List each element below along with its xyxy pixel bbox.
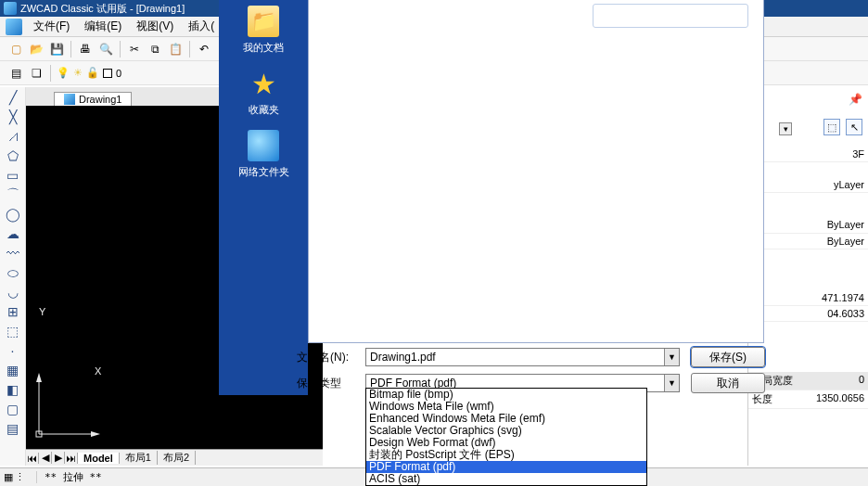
selection-tools: ⬚ ↖ [823,119,862,135]
separator [120,41,121,58]
place-my-documents[interactable]: 📁 我的文档 [219,6,308,55]
save-button[interactable]: 保存(S) [691,347,765,367]
window-title: ZWCAD Classic 试用版 - [Drawing1] [20,2,185,16]
app-logo-icon[interactable] [6,19,22,35]
preview-icon[interactable]: 🔍 [97,41,114,58]
print-icon[interactable]: 🖶 [77,41,94,58]
gradient-tool-icon[interactable]: ◧ [4,381,22,398]
prop-row: 04.6033 [748,306,868,322]
polygon-tool-icon[interactable]: ⬠ [4,147,22,164]
layer-icon[interactable]: ❏ [28,65,45,82]
prop-row: yLayer [748,177,868,193]
draw-toolbar: ╱ ╳ ⩘ ⬠ ▭ ⌒ ◯ ☁ 〰 ⬭ ◡ ⊞ ⬚ · ▦ ◧ ▢ ▤ [0,87,26,466]
circle-tool-icon[interactable]: ◯ [4,206,22,223]
separator [70,41,71,58]
revcloud-tool-icon[interactable]: ☁ [4,225,22,242]
prop-row: ▢ByLayer [748,217,868,234]
menu-edit[interactable]: 编辑(E) [77,17,129,36]
pin-icon[interactable]: 📌 [849,93,862,106]
tab-first-icon[interactable]: ⏮ [26,453,39,464]
prop-value: ByLayer [827,236,864,247]
ucs-y-label: Y [39,306,45,317]
dialog-places-bar: 📁 我的文档 ★ 收藏夹 网络文件夹 [219,0,308,395]
menu-insert[interactable]: 插入( [181,17,222,36]
separator [189,41,190,58]
menu-view[interactable]: 视图(V) [129,17,181,36]
arc-tool-icon[interactable]: ⌒ [4,186,22,203]
table-tool-icon[interactable]: ▤ [4,420,22,437]
ellipsearc-tool-icon[interactable]: ◡ [4,284,22,301]
tab-last-icon[interactable]: ⏭ [65,453,78,464]
place-label: 网络文件夹 [238,165,289,179]
layer-manager-icon[interactable]: ▤ [7,65,24,82]
svg-marker-3 [91,431,100,437]
select-cursor-icon[interactable]: ↖ [846,119,862,135]
properties-panel: 3F yLayer ▢ByLayer —ByLayer 471.1974 04.… [747,87,868,466]
open-icon[interactable]: 📂 [28,41,45,58]
grid-icon[interactable]: ▦ [4,471,13,483]
filename-input[interactable]: Drawing1.pdf ▼ [365,348,680,366]
place-label: 我的文档 [243,41,284,55]
folder-documents-icon: 📁 [248,6,279,37]
place-favorites[interactable]: ★ 收藏夹 [219,68,308,117]
cancel-button[interactable]: 取消 [691,373,765,393]
statusbar-buttons: ▦ ⋮ [0,471,37,483]
layout-tab-1[interactable]: 布局1 [120,451,158,465]
ucs-x-label: X [95,365,101,377]
line-tool-icon[interactable]: ╱ [4,89,22,106]
drawing-tab[interactable]: Drawing1 [54,92,132,106]
lock-icon: 🔓 [86,67,99,79]
tab-next-icon[interactable]: ▶ [52,452,65,464]
command-text: ** 拉伸 ** [37,470,102,484]
layer-combo[interactable]: 💡 ☀ 🔓 0 [57,67,121,79]
tab-prev-icon[interactable]: ◀ [39,452,52,464]
filetype-label: 保存类型 [297,376,365,391]
ucs-icon: Y X [35,373,100,440]
region-tool-icon[interactable]: ▢ [4,401,22,417]
color-swatch [103,69,112,78]
prop-value: 0 [859,374,864,388]
hatch-tool-icon[interactable]: ▦ [4,362,22,378]
drawing-tab-label: Drawing1 [79,94,121,105]
xline-tool-icon[interactable]: ╳ [4,109,22,125]
menu-file[interactable]: 文件(F) [26,17,77,36]
drawing-icon [64,94,75,105]
cut-icon[interactable]: ✂ [126,41,143,58]
lightbulb-icon: 💡 [57,67,70,79]
select-crossing-icon[interactable]: ⬚ [823,119,840,135]
prop-value: yLayer [834,179,864,190]
paste-icon[interactable]: 📋 [167,41,184,58]
point-tool-icon[interactable]: · [4,342,22,359]
prop-row: —ByLayer [748,234,868,249]
prop-value: 04.6033 [827,308,864,319]
menu-icon[interactable]: ⋮ [15,471,25,483]
undo-icon[interactable]: ↶ [196,41,212,58]
combo-caret-icon[interactable]: ▼ [664,349,679,365]
ellipse-tool-icon[interactable]: ⬭ [4,264,22,281]
prop-row: 全局宽度0 [748,372,868,390]
save-icon[interactable]: 💾 [48,41,65,58]
globe-icon [248,130,279,161]
dropdown-caret-icon[interactable]: ▾ [779,122,792,135]
layout-tab-model[interactable]: Model [78,453,120,464]
block-tool-icon[interactable]: ⬚ [4,323,22,339]
prop-value: 471.1974 [822,292,864,303]
filetype-option[interactable]: ACIS (sat) [366,473,646,485]
spline-tool-icon[interactable]: 〰 [4,245,22,262]
new-icon[interactable]: ▢ [7,41,24,58]
layer-name: 0 [116,68,121,79]
polyline-tool-icon[interactable]: ⩘ [4,128,22,145]
insert-tool-icon[interactable]: ⊞ [4,303,22,320]
prop-value: 3F [852,148,864,160]
dialog-preview-box [593,4,748,28]
combo-caret-icon[interactable]: ▼ [664,375,679,391]
filename-label: 文件名(N): [297,350,365,365]
rectangle-tool-icon[interactable]: ▭ [4,167,22,184]
place-network[interactable]: 网络文件夹 [219,130,308,179]
copy-icon[interactable]: ⧉ [147,41,163,58]
dialog-file-list[interactable] [308,0,764,343]
separator [50,65,51,82]
filetype-dropdown[interactable]: Bitmap file (bmp)Windows Meta File (wmf)… [365,388,647,486]
app-icon [4,2,17,15]
layout-tab-2[interactable]: 布局2 [158,451,196,465]
